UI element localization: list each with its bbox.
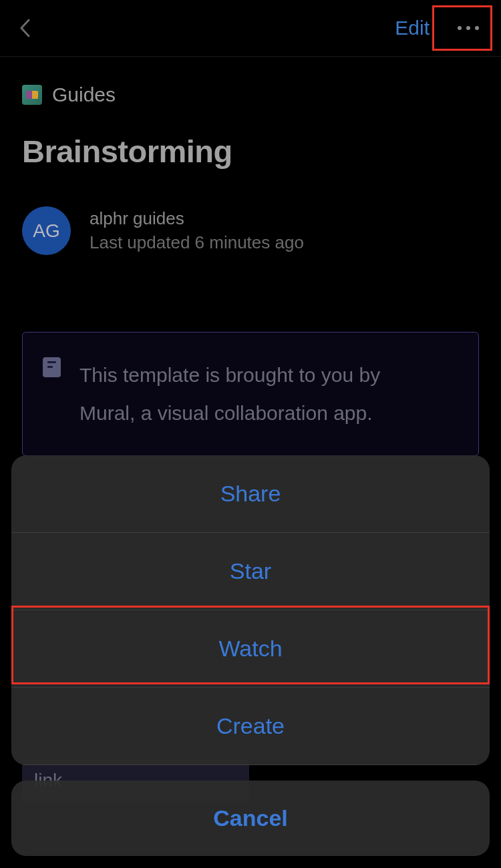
chevron-left-icon bbox=[19, 19, 30, 37]
space-icon bbox=[22, 85, 42, 105]
avatar[interactable]: AG bbox=[22, 206, 71, 255]
star-button[interactable]: Star bbox=[11, 533, 490, 610]
note-icon bbox=[43, 357, 61, 377]
page-title: Brainstorming bbox=[22, 133, 479, 170]
header-actions: Edit bbox=[395, 15, 486, 41]
breadcrumb-label: Guides bbox=[52, 83, 116, 106]
info-panel: This template is brought to you by Mural… bbox=[22, 332, 479, 456]
author-name: alphr guides bbox=[90, 208, 304, 229]
cancel-button[interactable]: Cancel bbox=[11, 781, 490, 856]
more-options-button[interactable] bbox=[450, 15, 486, 41]
ellipsis-icon bbox=[458, 26, 462, 30]
author-row: AG alphr guides Last updated 6 minutes a… bbox=[22, 206, 479, 255]
last-updated: Last updated 6 minutes ago bbox=[90, 232, 304, 253]
share-button[interactable]: Share bbox=[11, 455, 490, 533]
back-button[interactable] bbox=[15, 18, 35, 38]
breadcrumb[interactable]: Guides bbox=[22, 83, 479, 106]
action-sheet-group: Share Star Watch Create bbox=[11, 455, 490, 765]
author-info: alphr guides Last updated 6 minutes ago bbox=[90, 208, 304, 253]
header: Edit bbox=[0, 0, 501, 57]
edit-button[interactable]: Edit bbox=[395, 17, 430, 39]
page-content: Guides Brainstorming AG alphr guides Las… bbox=[0, 57, 501, 456]
info-panel-text: This template is brought to you by Mural… bbox=[79, 356, 440, 432]
action-sheet: Share Star Watch Create Cancel bbox=[11, 455, 490, 856]
create-button[interactable]: Create bbox=[11, 688, 490, 765]
watch-button[interactable]: Watch bbox=[11, 610, 490, 688]
